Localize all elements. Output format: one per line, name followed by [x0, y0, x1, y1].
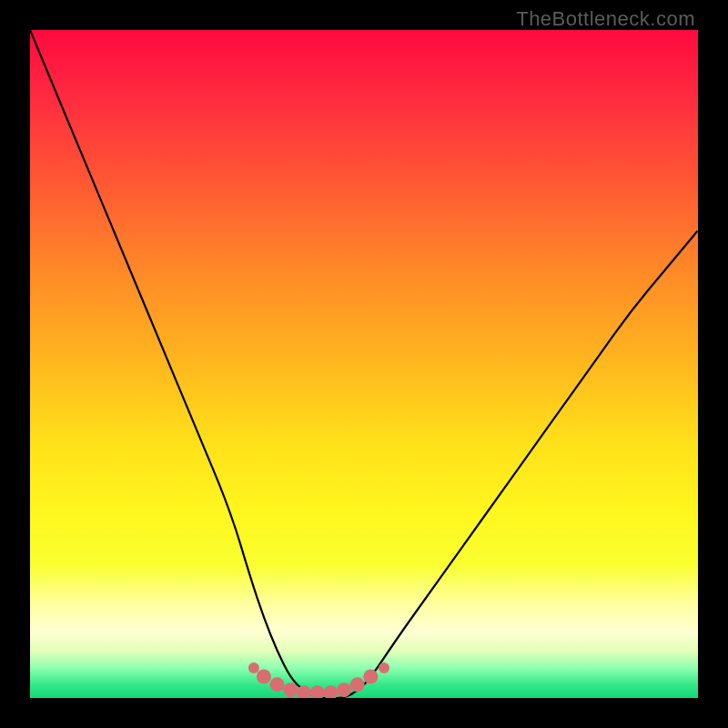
trough-marker	[283, 682, 298, 697]
trough-marker	[350, 677, 365, 692]
trough-marker	[270, 677, 285, 692]
trough-marker	[379, 662, 389, 673]
trough-marker	[323, 685, 338, 698]
plot-area	[30, 30, 698, 698]
trough-marker	[363, 670, 378, 684]
trough-marker	[248, 662, 259, 673]
curve-line	[30, 30, 698, 698]
trough-marker	[337, 682, 351, 697]
trough-marker	[257, 670, 271, 684]
chart-frame: TheBottleneck.com	[0, 0, 728, 728]
bottleneck-curve	[30, 30, 698, 698]
trough-markers	[248, 662, 389, 698]
watermark-text: TheBottleneck.com	[516, 7, 695, 31]
trough-marker	[310, 685, 325, 698]
